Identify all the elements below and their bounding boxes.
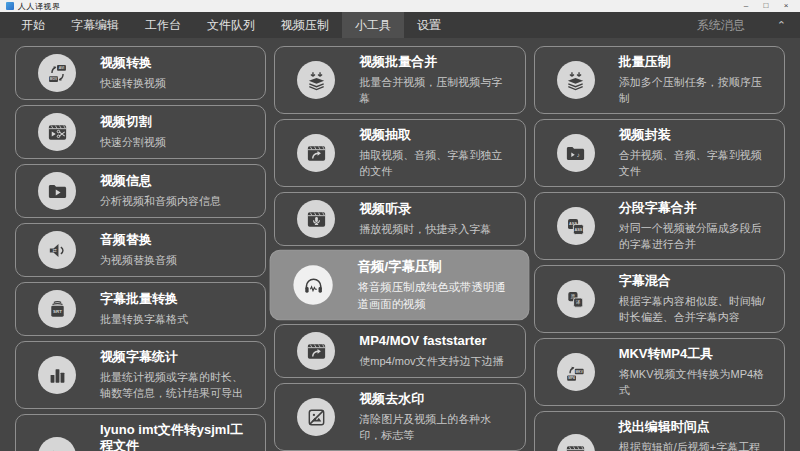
- card-desc: 根据剪辑前/后视频+字幕工程文件找出需要重新打轴的字幕，并高亮标记: [619, 439, 768, 451]
- video-watermark-remove-icon: [305, 406, 328, 429]
- card-batch-encode[interactable]: 批量压制添加多个压制任务，按顺序压制: [534, 46, 785, 114]
- card-video-watermark-remove[interactable]: 视频去水印清除图片及视频上的各种水印，标志等: [274, 383, 525, 451]
- card-title: MP4/MOV faststarter: [359, 333, 503, 349]
- card-desc: 将音频压制成纯色或带透明通道画面的视频: [358, 279, 513, 312]
- card-video-subtitle-stats[interactable]: 视频字幕统计批量统计视频或字幕的时长、轴数等信息，统计结果可导出: [15, 341, 266, 409]
- card-desc: 将MKV视频文件转换为MP4格式: [619, 366, 768, 398]
- card-segment-subtitle-merge[interactable]: 分段字幕合并对同一个视频被分隔成多段后的字幕进行合并: [534, 192, 785, 260]
- card-title: 视频转换: [100, 55, 166, 71]
- video-extract-icon: [305, 142, 328, 165]
- minimize-button[interactable]: –: [736, 0, 756, 12]
- card-video-mux[interactable]: 视频封装合并视频、音频、字幕到视频文件: [534, 119, 785, 187]
- video-convert-icon: [46, 62, 69, 85]
- batch-encode-icon: [564, 69, 587, 92]
- card-title: 视频抽取: [359, 127, 508, 143]
- card-desc: 批量统计视频或字幕的时长、轴数等信息，统计结果可导出: [100, 369, 249, 401]
- audio-subtitle-encode-icon: [301, 273, 325, 297]
- tools-column-2: 视频批量合并批量合并视频，压制视频与字幕 视频抽取抽取视频、音频、字幕到独立的文…: [274, 46, 525, 451]
- card-video-cut[interactable]: 视频切割快速分割视频: [15, 105, 266, 159]
- menu-item-tools[interactable]: 小工具: [342, 12, 404, 38]
- mp4-mov-faststarter-icon: [305, 340, 328, 363]
- card-title: MKV转MP4工具: [619, 346, 768, 362]
- card-find-edit-points[interactable]: 找出编辑时间点根据剪辑前/后视频+字幕工程文件找出需要重新打轴的字幕，并高亮标记: [534, 411, 785, 451]
- tools-column-1: 视频转换快速转换视频 视频切割快速分割视频 视频信息分析视频和音频内容信息 音频…: [15, 46, 266, 451]
- card-desc: 清除图片及视频上的各种水印，标志等: [359, 411, 508, 443]
- card-video-transcribe[interactable]: 视频听录播放视频时，快捷录入字幕: [274, 192, 525, 246]
- card-desc: 添加多个压制任务，按顺序压制: [619, 74, 768, 106]
- card-title: 视频封装: [619, 127, 768, 143]
- card-title: 字幕混合: [619, 273, 768, 289]
- card-desc: 使mp4/mov文件支持边下边播: [359, 353, 503, 369]
- card-mp4-mov-faststarter[interactable]: MP4/MOV faststarter使mp4/mov文件支持边下边播: [274, 324, 525, 378]
- menubar-right: 系统消息 ⌃: [697, 12, 800, 38]
- audio-replace-icon: [46, 239, 69, 262]
- video-subtitle-stats-icon: [46, 364, 69, 387]
- video-info-icon: [46, 180, 69, 203]
- mkv-to-mp4-icon: [564, 361, 587, 384]
- segment-subtitle-merge-icon: [564, 215, 587, 238]
- titlebar: 人人译视界 – □ ×: [0, 0, 800, 12]
- card-title: 批量压制: [619, 54, 768, 70]
- card-title: 视频听录: [359, 201, 491, 217]
- window-title: 人人译视界: [18, 1, 61, 12]
- video-transcribe-icon: [305, 208, 328, 231]
- menubar: 开始 字幕编辑 工作台 文件队列 视频压制 小工具 设置 系统消息 ⌃: [0, 12, 800, 38]
- card-title: 分段字幕合并: [619, 200, 768, 216]
- video-cut-icon: [46, 121, 69, 144]
- menu-item-workbench[interactable]: 工作台: [132, 12, 194, 38]
- tools-grid: 视频转换快速转换视频 视频切割快速分割视频 视频信息分析视频和音频内容信息 音频…: [0, 38, 800, 451]
- card-mkv-to-mp4[interactable]: MKV转MP4工具将MKV视频文件转换为MP4格式: [534, 338, 785, 406]
- card-title: Iyuno imt文件转ysjml工程文件: [100, 422, 249, 451]
- iyuno-imt-icon: [46, 445, 69, 451]
- video-mux-icon: [564, 142, 587, 165]
- video-batch-merge-icon: [305, 69, 328, 92]
- close-button[interactable]: ×: [776, 0, 796, 12]
- subtitle-batch-convert-icon: [46, 298, 69, 321]
- menu-item-file-queue[interactable]: 文件队列: [194, 12, 268, 38]
- card-video-convert[interactable]: 视频转换快速转换视频: [15, 46, 266, 100]
- maximize-button[interactable]: □: [756, 0, 776, 12]
- menu-item-start[interactable]: 开始: [8, 12, 58, 38]
- card-subtitle-mix[interactable]: 字幕混合根据字幕内容相似度、时间轴/时长偏差、合并字幕内容: [534, 265, 785, 333]
- card-title: 视频切割: [100, 114, 166, 130]
- tools-column-3: 批量压制添加多个压制任务，按顺序压制 视频封装合并视频、音频、字幕到视频文件 分…: [534, 46, 785, 451]
- subtitle-mix-icon: [564, 288, 587, 311]
- card-desc: 抽取视频、音频、字幕到独立的文件: [359, 147, 508, 179]
- menu-item-subtitle-edit[interactable]: 字幕编辑: [58, 12, 132, 38]
- card-video-info[interactable]: 视频信息分析视频和音频内容信息: [15, 164, 266, 218]
- card-title: 字幕批量转换: [100, 291, 188, 307]
- card-title: 找出编辑时间点: [619, 419, 768, 435]
- card-desc: 分析视频和音频内容信息: [100, 193, 221, 209]
- card-video-extract[interactable]: 视频抽取抽取视频、音频、字幕到独立的文件: [274, 119, 525, 187]
- card-desc: 为视频替换音频: [100, 252, 177, 268]
- card-desc: 批量转换字幕格式: [100, 311, 188, 327]
- window-controls: – □ ×: [736, 0, 796, 12]
- card-subtitle-batch-convert[interactable]: 字幕批量转换批量转换字幕格式: [15, 282, 266, 336]
- card-desc: 批量合并视频，压制视频与字幕: [359, 74, 508, 106]
- card-desc: 快速转换视频: [100, 75, 166, 91]
- card-video-batch-merge[interactable]: 视频批量合并批量合并视频，压制视频与字幕: [274, 46, 525, 114]
- card-iyuno-imt-convert[interactable]: Iyuno imt文件转ysjml工程文件将Iyuno imt文件转换为ysjm…: [15, 414, 266, 451]
- card-audio-subtitle-encode[interactable]: 音频/字幕压制将音频压制成纯色或带透明通道画面的视频: [270, 250, 530, 320]
- card-audio-replace[interactable]: 音频替换为视频替换音频: [15, 223, 266, 277]
- card-title: 音频替换: [100, 232, 177, 248]
- card-title: 视频信息: [100, 173, 221, 189]
- card-title: 视频字幕统计: [100, 349, 249, 365]
- chevron-up-icon[interactable]: ⌃: [777, 19, 786, 32]
- card-title: 音频/字幕压制: [358, 258, 513, 275]
- app-logo-icon: [6, 2, 14, 10]
- card-title: 视频去水印: [359, 391, 508, 407]
- menu-item-settings[interactable]: 设置: [404, 12, 454, 38]
- card-title: 视频批量合并: [359, 54, 508, 70]
- find-edit-points-icon: [564, 442, 587, 451]
- menu-item-video-encode[interactable]: 视频压制: [268, 12, 342, 38]
- card-desc: 播放视频时，快捷录入字幕: [359, 221, 491, 237]
- card-desc: 根据字幕内容相似度、时间轴/时长偏差、合并字幕内容: [619, 293, 768, 325]
- card-desc: 合并视频、音频、字幕到视频文件: [619, 147, 768, 179]
- card-desc: 快速分割视频: [100, 134, 166, 150]
- system-message-button[interactable]: 系统消息: [697, 12, 745, 38]
- card-desc: 对同一个视频被分隔成多段后的字幕进行合并: [619, 220, 768, 252]
